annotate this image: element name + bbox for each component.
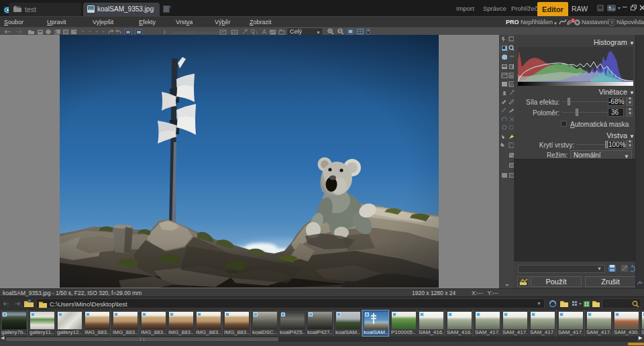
svg-text:Automatická vylepšení: Automatická vylepšení — [172, 30, 219, 36]
svg-text:i: i — [256, 30, 258, 35]
svg-text:?: ? — [610, 20, 613, 25]
